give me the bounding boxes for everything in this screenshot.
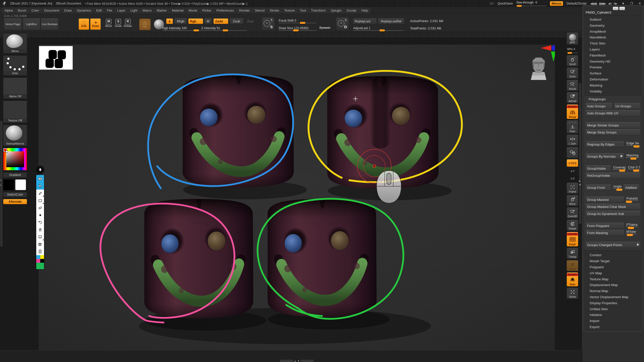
- menu-picker[interactable]: Picker: [200, 8, 214, 13]
- pen-color-yellow[interactable]: [40, 255, 44, 259]
- section-display-properties[interactable]: Display Properties: [583, 300, 643, 306]
- menu-edit[interactable]: Edit: [94, 8, 104, 13]
- close-button[interactable]: ✕: [637, 2, 642, 5]
- annotation-whiteboard-button[interactable]: [36, 233, 44, 241]
- angle-slider[interactable]: Angle: [613, 185, 622, 191]
- tray-tab-button[interactable]: ⌄: [613, 7, 618, 10]
- section-initialize[interactable]: Initialize: [583, 312, 643, 318]
- annotation-clipboard-button[interactable]: [36, 248, 44, 255]
- zoom-button[interactable]: Zoom: [567, 68, 578, 79]
- section-import[interactable]: Import: [583, 318, 643, 324]
- menu-stroke[interactable]: Stroke: [267, 8, 281, 13]
- section-unified-skin[interactable]: Unified Skin: [583, 306, 643, 312]
- left-tray-toggle-icon[interactable]: ◀▮▮▮▮: [590, 2, 597, 5]
- scale-mode-button[interactable]: S Scale: [113, 19, 123, 27]
- section-morph-target[interactable]: Morph Target: [583, 258, 643, 264]
- menu-tool[interactable]: Tool: [298, 8, 308, 13]
- section-preview[interactable]: Preview: [583, 64, 643, 70]
- polish-groups-slider[interactable]: PolishG: [626, 197, 638, 203]
- max-angle-slider[interactable]: MaxAng: [626, 153, 639, 159]
- actual-size-button[interactable]: x1 Actual: [567, 80, 578, 91]
- additive-button[interactable]: Additive: [623, 185, 640, 191]
- polyframe-button[interactable]: Line Fill PolyF: [567, 232, 578, 247]
- merge-similar-groups-button[interactable]: Merge Similar Groups: [585, 122, 641, 128]
- default-zscript-button[interactable]: DefaultZScript: [567, 2, 586, 5]
- solo-button[interactable]: Dynamic Solo: [567, 273, 578, 287]
- section-contact[interactable]: Contact: [583, 252, 643, 258]
- color-picker[interactable]: [3, 148, 27, 170]
- group-masked-button[interactable]: Group Masked: [585, 197, 624, 203]
- a-toggle-button[interactable]: A: [166, 18, 173, 24]
- move-mode-button[interactable]: M Move: [104, 19, 114, 27]
- menus-toggle-button[interactable]: Menus: [550, 1, 563, 6]
- right-tray-toggle-icon[interactable]: ▮▮▮▮▶: [599, 2, 606, 5]
- section-arraymesh[interactable]: ArrayMesh: [583, 29, 643, 35]
- edit-mode-button[interactable]: ⬚ Edit: [78, 18, 89, 30]
- annotation-eraser-button[interactable]: [36, 204, 44, 211]
- menu-zplugin[interactable]: Zplugin: [329, 8, 344, 13]
- group-as-dynamesh-sub-button[interactable]: Group As Dynamesh Sub: [585, 211, 641, 217]
- zcut-button[interactable]: Zcut: [245, 18, 256, 24]
- pen-color-black[interactable]: [40, 259, 44, 263]
- color-selector-handle[interactable]: [6, 151, 8, 153]
- section-thick-skin[interactable]: Thick Skin: [583, 40, 643, 47]
- annotation-clear-button[interactable]: [36, 226, 44, 233]
- focal-shift-slider[interactable]: Focal Shift 0: [279, 18, 316, 24]
- menu-transform[interactable]: Transform: [309, 8, 328, 13]
- current-alpha-button[interactable]: Alpha Off: [3, 77, 27, 99]
- section-surface[interactable]: Surface: [583, 70, 643, 76]
- coverage-slider[interactable]: Coverag: [613, 165, 626, 171]
- section-polypaint[interactable]: Polypaint: [583, 264, 643, 270]
- polygroups-section-header[interactable]: Polygroups: [585, 97, 641, 102]
- current-alpha-swatch[interactable]: [139, 18, 151, 30]
- zadd-button[interactable]: Zadd: [213, 18, 228, 24]
- home-page-button[interactable]: Home Page: [4, 18, 22, 30]
- alternate-button[interactable]: Alternate: [3, 199, 27, 204]
- annotation-screenshot-button[interactable]: [36, 241, 44, 248]
- spix-slider[interactable]: SPix 3: [567, 46, 578, 54]
- local-symmetry-button[interactable]: L.Sym: [567, 135, 578, 146]
- stroke-dial[interactable]: + ✎ S: [262, 17, 275, 30]
- prev-window-icon[interactable]: ◀⧉: [608, 2, 612, 5]
- section-fibermesh[interactable]: FiberMesh: [583, 53, 643, 59]
- section-uv-map[interactable]: UV Map: [583, 270, 643, 276]
- section-deformation[interactable]: Deformation: [583, 76, 643, 82]
- section-geometry-hd[interactable]: Geometry HD: [583, 59, 643, 65]
- menu-macro[interactable]: Macro: [140, 8, 154, 13]
- replay-last-rel-button[interactable]: ReplayLastRel: [378, 18, 405, 24]
- minimize-button[interactable]: ▼: [621, 2, 626, 5]
- current-brush-button[interactable]: Move: [3, 33, 27, 54]
- frame-button[interactable]: Frame: [567, 183, 578, 194]
- menu-color[interactable]: Color: [29, 8, 41, 13]
- pen-tool-icon[interactable]: [36, 166, 44, 174]
- current-stroke-button[interactable]: Dots: [3, 55, 27, 76]
- perspective-button[interactable]: Dynamic Persp: [567, 105, 578, 119]
- right-tray-divider[interactable]: ▶ ◀: [579, 83, 581, 224]
- merge-stray-groups-button[interactable]: Merge Stray Groups: [585, 129, 641, 135]
- section-displacement-map[interactable]: Displacement Map: [583, 282, 643, 288]
- color-picker-gradient[interactable]: [3, 148, 27, 170]
- scroll-button[interactable]: Scroll: [567, 55, 578, 66]
- main-color-swatch[interactable]: [3, 179, 14, 190]
- tray-tab-button[interactable]: ⌄: [619, 7, 625, 10]
- lightbox-button[interactable]: LightBox: [23, 18, 40, 30]
- rotate-xyz-button[interactable]: ↺XYZ: [567, 159, 578, 167]
- rotate-z-button[interactable]: ↺Z: [567, 175, 578, 182]
- annotation-select-button[interactable]: [36, 182, 44, 190]
- draw-size-dial[interactable]: + ✎ D: [336, 17, 349, 30]
- annotation-undo-button[interactable]: [36, 219, 44, 226]
- bpr-render-button[interactable]: BPR: [567, 33, 578, 45]
- m-button[interactable]: M: [204, 18, 212, 24]
- regroup-by-edges-button[interactable]: Regroup By Edges: [585, 141, 624, 147]
- replay-last-button[interactable]: ReplayLast: [353, 18, 377, 24]
- regroup-visible-button[interactable]: ReGroupVisible: [585, 172, 641, 178]
- menu-help[interactable]: Help: [359, 8, 370, 13]
- annotation-shape-button[interactable]: [36, 197, 44, 204]
- auto-groups-with-uv-button[interactable]: Auto Groups With UV: [585, 110, 641, 116]
- annotation-pen-button[interactable]: [36, 190, 44, 197]
- from-masking-button[interactable]: From Masking: [585, 230, 624, 236]
- draw-size-slider[interactable]: Draw Size 172.05351: [279, 26, 316, 31]
- section-texture-map[interactable]: Texture Map: [583, 276, 643, 282]
- section-layers[interactable]: Layers: [583, 47, 643, 53]
- pen-color-blue[interactable]: [36, 255, 40, 259]
